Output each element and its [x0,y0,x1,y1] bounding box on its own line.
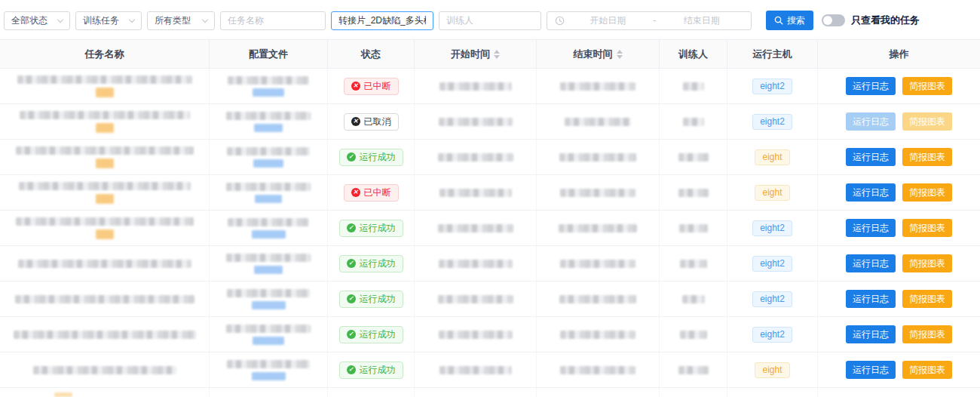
cell-host: eight [727,175,818,210]
redacted-config-link[interactable] [254,124,283,132]
cell-start-time [415,282,537,316]
redacted-config-name [228,218,309,226]
redacted-task-name [20,111,190,119]
status-icon: ✓ [347,294,356,303]
cell-config-file [210,246,328,281]
sort-icon-start-time[interactable] [494,50,500,59]
table-row: ✓ 运行成功 eight 运行日志 简报图表 [0,140,980,175]
status-label: 已中断 [364,80,391,93]
host-badge: eight [755,185,789,201]
redacted-config-link[interactable] [252,372,286,380]
report-chart-button[interactable]: 简报图表 [902,183,952,202]
report-chart-button[interactable]: 简报图表 [902,254,952,272]
redacted-task-tag [96,194,114,204]
cell-host: eight2 [727,282,818,316]
cell-config-file [210,104,328,139]
cell-actions: 运行日志 简报图表 [818,69,980,103]
status-badge: ✕ 已中断 [344,184,399,202]
sort-icon-end-time[interactable] [617,50,623,59]
redacted-end-time [560,366,635,374]
cell-actions: 运行日志 简报图表 [818,211,980,245]
redacted-start-time [439,189,512,197]
redacted-config-link[interactable] [252,301,286,309]
report-chart-button[interactable]: 简报图表 [902,325,952,343]
cell-status: ✓ 运行成功 [328,282,415,316]
redacted-config-link[interactable] [255,195,282,203]
status-icon: ✕ [351,117,360,126]
redacted-config-name [226,112,311,120]
report-chart-button[interactable]: 简报图表 [902,112,952,131]
cell-task-name [0,104,210,139]
start-date-placeholder[interactable]: 开始日期 [566,14,650,27]
run-log-button[interactable]: 运行日志 [846,290,896,308]
my-tasks-toggle[interactable] [822,14,845,26]
status-icon: ✕ [351,188,360,197]
redacted-task-name [15,295,194,303]
table-row: ✕ 已中断 eight 运行日志 简报图表 [0,175,980,211]
report-chart-button[interactable]: 简报图表 [902,148,952,166]
trainer-input[interactable] [439,11,541,30]
redacted-task-tag [96,229,114,239]
end-date-placeholder[interactable]: 结束日期 [660,14,744,27]
redacted-start-time [438,224,513,232]
redacted-config-name [227,360,310,368]
cell-end-time [537,140,660,174]
report-chart-button[interactable]: 简报图表 [902,219,952,237]
search-button[interactable]: 搜索 [766,11,813,30]
redacted-trainer [680,260,707,268]
keyword-input[interactable] [331,11,433,30]
cell-config-file [210,317,328,352]
cell-trainer [660,69,727,103]
my-tasks-label: 只查看我的任务 [851,14,920,27]
table-body: ✕ 已中断 eight2 运行日志 简报图表 [0,69,980,397]
cell-actions: 运行日志 简报图表 [818,317,980,352]
report-chart-button[interactable]: 简报图表 [902,77,952,95]
run-log-button[interactable]: 运行日志 [846,183,896,202]
cell-partial [818,388,980,397]
table-row: ✕ 已取消 eight2 运行日志 简报图表 [0,104,980,140]
status-filter-select[interactable]: 全部状态 [4,11,70,30]
run-log-button[interactable]: 运行日志 [846,254,896,272]
cell-end-time [537,104,660,139]
date-range-picker[interactable]: 开始日期 - 结束日期 [547,11,752,30]
redacted-config-link[interactable] [254,266,283,274]
redacted-config-link[interactable] [253,337,284,345]
table-header: 任务名称 配置文件 状态 开始时间 结束时间 训练人 运行主机 操作 [0,40,980,69]
redacted-config-link[interactable] [253,159,283,168]
redacted-task-name [16,217,194,226]
task-name-input[interactable] [220,11,326,30]
run-log-button[interactable]: 运行日志 [846,325,896,343]
status-label: 已中断 [364,186,391,199]
toggle-knob [823,16,832,25]
run-log-button[interactable]: 运行日志 [846,219,896,237]
run-log-button[interactable]: 运行日志 [846,77,896,95]
host-badge: eight2 [752,220,792,236]
redacted-config-link[interactable] [252,230,286,239]
redacted-task-name [16,146,194,155]
cell-partial [727,388,818,397]
run-log-button[interactable]: 运行日志 [846,148,896,166]
cell-actions: 运行日志 简报图表 [818,175,980,210]
run-log-button[interactable]: 运行日志 [846,112,896,131]
cell-config-file [210,140,328,174]
cell-partial [660,388,727,397]
report-chart-button[interactable]: 简报图表 [902,361,952,379]
host-badge: eight2 [752,291,792,307]
cell-config-file [210,211,328,245]
cell-host: eight2 [727,69,818,103]
cell-task-name [0,175,210,210]
report-chart-button[interactable]: 简报图表 [902,290,952,308]
tasks-table: 任务名称 配置文件 状态 开始时间 结束时间 训练人 运行主机 操作 ✕ 已中断 [0,39,980,397]
cell-partial [210,388,328,397]
category-filter-select[interactable]: 所有类型 [147,11,215,30]
cell-start-time [415,69,537,103]
redacted-trainer [680,331,707,339]
redacted-config-link[interactable] [253,88,284,97]
status-label: 运行成功 [360,222,396,235]
table-row-partial [0,388,980,397]
status-icon: ✓ [347,330,356,339]
status-badge: ✕ 已取消 [344,113,399,131]
run-log-button[interactable]: 运行日志 [846,361,896,379]
task-type-filter-select[interactable]: 训练任务 [75,11,142,30]
redacted-trainer [678,366,709,374]
